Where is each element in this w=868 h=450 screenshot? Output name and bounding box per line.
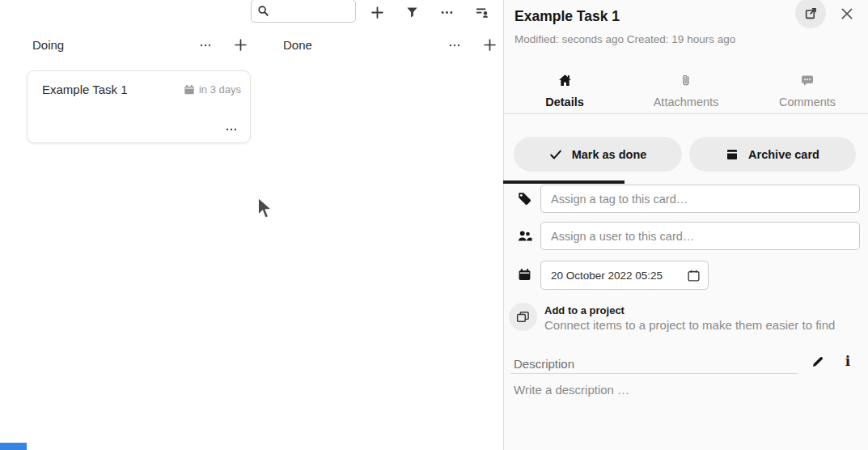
mark-as-done-button[interactable]: Mark as done xyxy=(514,137,682,172)
sort-tasks-button[interactable] xyxy=(473,3,491,21)
add-card-button[interactable] xyxy=(368,3,386,21)
description-placeholder[interactable]: Write a description … xyxy=(514,383,629,397)
mark-as-done-label: Mark as done xyxy=(572,148,647,161)
kanban-board: Doing Done Example Task 1 in 3 days xyxy=(0,0,503,450)
assign-tag-input[interactable] xyxy=(540,185,860,213)
archive-card-button[interactable]: Archive card xyxy=(689,137,856,172)
description-info-button[interactable]: i xyxy=(841,352,854,370)
search-icon xyxy=(257,5,269,17)
column-title-done: Done xyxy=(283,38,312,52)
task-card-due: in 3 days xyxy=(184,83,241,96)
search-input[interactable] xyxy=(269,5,350,17)
plus-icon xyxy=(234,38,248,52)
accent-indicator xyxy=(0,443,27,450)
ellipsis-icon xyxy=(199,39,212,52)
archive-icon xyxy=(726,148,739,161)
users-icon xyxy=(518,229,532,243)
column-done-add-button[interactable] xyxy=(482,37,498,53)
ellipsis-icon xyxy=(440,6,454,19)
calendar-icon xyxy=(184,84,195,96)
task-card-title: Example Task 1 xyxy=(42,83,128,96)
add-to-project-subtitle: Connect items to a project to make them … xyxy=(544,318,835,332)
open-in-new-window-icon xyxy=(804,6,818,20)
tab-details[interactable]: Details xyxy=(504,69,625,114)
ellipsis-icon xyxy=(448,39,461,52)
check-icon xyxy=(549,148,562,161)
assign-user-input[interactable] xyxy=(540,222,860,250)
close-panel-button[interactable] xyxy=(839,6,855,23)
close-icon xyxy=(840,6,854,21)
projects-icon xyxy=(516,310,530,324)
paperclip-icon xyxy=(680,72,692,88)
board-menu-button[interactable] xyxy=(438,3,455,21)
comment-icon xyxy=(801,72,814,88)
panel-tabs: Details Attachments Comments xyxy=(504,69,868,114)
plus-icon xyxy=(370,6,384,19)
task-card-menu-button[interactable] xyxy=(224,124,239,135)
filter-button[interactable] xyxy=(403,3,421,21)
ellipsis-icon xyxy=(225,123,238,136)
tabs-divider xyxy=(504,113,868,114)
edit-description-button[interactable] xyxy=(810,354,826,370)
open-in-window-button[interactable] xyxy=(795,0,826,28)
add-to-project-button[interactable] xyxy=(509,303,537,331)
description-divider xyxy=(510,373,798,374)
column-title-doing: Doing xyxy=(32,38,64,52)
calendar-outline-icon xyxy=(687,269,701,282)
calendar-icon xyxy=(518,268,531,282)
plus-icon xyxy=(483,38,497,52)
tab-comments[interactable]: Comments xyxy=(747,69,868,114)
description-label: Description xyxy=(514,357,574,371)
due-date-field[interactable] xyxy=(540,261,709,290)
info-icon: i xyxy=(845,353,850,369)
search-box[interactable] xyxy=(251,0,356,23)
active-tab-underline xyxy=(503,180,625,184)
due-date-input[interactable] xyxy=(541,261,671,289)
task-card[interactable]: Example Task 1 in 3 days xyxy=(27,70,251,143)
task-detail-panel: Example Task 1 Modified: seconds ago Cre… xyxy=(504,0,868,450)
tag-icon xyxy=(518,192,531,206)
tab-attachments-label: Attachments xyxy=(654,96,719,108)
date-picker-button[interactable] xyxy=(687,269,701,282)
sort-tasks-icon xyxy=(476,6,489,19)
filter-icon xyxy=(406,6,418,19)
tab-details-label: Details xyxy=(545,96,584,108)
panel-title: Example Task 1 xyxy=(514,8,620,25)
column-done-menu-button[interactable] xyxy=(447,39,462,52)
panel-meta: Modified: seconds ago Created: 19 hours … xyxy=(514,33,735,45)
column-doing-menu-button[interactable] xyxy=(198,39,213,52)
column-doing-add-button[interactable] xyxy=(233,37,248,53)
tab-attachments[interactable]: Attachments xyxy=(625,69,747,114)
home-icon xyxy=(558,72,572,88)
task-card-due-text: in 3 days xyxy=(199,83,241,96)
pencil-icon xyxy=(811,355,824,368)
tab-comments-label: Comments xyxy=(779,96,836,108)
archive-card-label: Archive card xyxy=(748,148,819,161)
add-to-project-title: Add to a project xyxy=(544,304,625,316)
